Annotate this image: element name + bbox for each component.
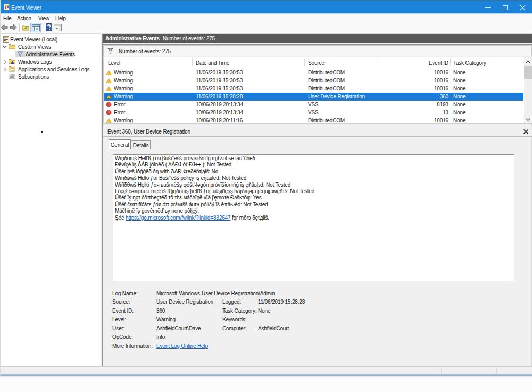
cell-level: Warning [114,118,133,123]
col-source[interactable]: Source [308,60,325,66]
cell-event-id: 13 [377,110,448,115]
event-log-online-help-link[interactable]: Event Log Online Help [156,343,208,349]
event-description: Wïņδöщš Hëll'6 ƒôя βüšï"ëšš próvïsï6nï"ģ… [115,155,511,221]
col-event-id[interactable]: Event ID [377,60,448,66]
preview-close-icon[interactable] [523,129,529,135]
field-user-value: AshfieldCourt\Dave [156,326,201,331]
warning-icon [106,118,112,124]
field-keywords-label: Keywords: [222,316,246,322]
table-row[interactable]: Warning 11/06/2019 15:30:53 DistributedC… [104,77,523,85]
table-row[interactable]: Warning 10/06/2019 20:11:16 DistributedC… [104,116,523,124]
table-row[interactable]: Error 10/06/2019 20:13:34 VSS 8193 None [104,101,523,109]
cell-task-category: None [453,94,466,99]
filter-count-label: Number of events: 275 [119,48,171,54]
window-title: Event Viewer [11,5,41,11]
description-line: Wīnδǿwš Hεłło ƒöï Büšï"ëšš połíçỹ īş eŋa… [115,175,511,181]
folder-logs-icon [9,59,15,65]
event-table: Level Date and Time Source Event ID Task… [103,57,532,124]
menubar: File Action View Help [1,13,532,22]
table-row[interactable]: Warning 11/06/2019 15:30:53 DistributedC… [104,85,523,93]
status-separator [441,368,442,374]
col-level[interactable]: Level [108,60,120,66]
cell-level: Error [114,110,125,115]
cell-task-category: None [453,118,466,123]
menu-action[interactable]: Action [17,15,31,21]
menu-file[interactable]: File [3,15,12,21]
field-computer-label: Computer: [222,326,246,331]
description-line: Ûšér ḩªš lôģģëδ ôŋ wíth ΆΛĐ ¢reδéńτjąłš:… [115,169,511,175]
column-separator[interactable] [304,59,305,66]
tree-item-windows-logs[interactable]: Windows Logs [18,59,52,65]
panel-divider[interactable] [102,34,103,366]
tree-item-subscriptions[interactable]: Subscriptions [18,74,49,80]
error-icon [106,110,112,116]
filter-bar: Number of events: 275 [103,45,532,56]
cell-source: VSS [308,110,319,115]
close-icon [520,5,526,11]
status-separator [496,368,497,374]
event-properties-icon[interactable] [54,24,62,32]
cell-datetime: 10/06/2019 20:13:34 [196,110,243,115]
cell-task-category: None [453,110,466,115]
tree-item-event-viewer-local[interactable]: Event Viewer (Local) [10,37,57,43]
preview-pane-header: Event 360, User Device Registration [103,127,532,136]
toolbar [1,22,532,34]
chevron-expanded-icon[interactable] [3,44,7,50]
menu-help[interactable]: Help [55,15,66,21]
titlebar: Event Viewer [1,0,532,13]
maximize-button[interactable] [496,1,514,14]
cell-source: DistributedCOM [308,118,345,123]
cell-datetime: 11/06/2019 15:30:53 [196,86,243,91]
menu-view[interactable]: View [38,15,49,21]
toolbar-separator [19,23,20,32]
event-viewer-window: Event Viewer File Action View Help [0,0,532,376]
field-logged-value: 11/06/2019 15:28:28 [258,299,305,305]
col-date-time[interactable]: Date and Time [196,60,229,66]
back-icon[interactable] [1,24,8,32]
help-icon[interactable] [46,23,52,32]
open-saved-log-icon[interactable] [22,24,29,32]
stray-dot [41,131,43,133]
column-separator[interactable] [192,59,193,66]
scrollbar-thumb[interactable] [524,66,532,79]
cell-level: Warning [114,70,133,76]
subscriptions-icon [9,73,15,80]
description-line: Şéé https://go.microsoft.com/fwlink/?lin… [115,215,511,221]
cell-datetime: 11/06/2019 15:30:53 [196,70,243,76]
see-prefix: Şéé [115,215,126,221]
folder-apps-icon [9,66,15,73]
chevron-collapsed-icon[interactable] [3,67,7,73]
results-pane-header: Administrative Events Number of events: … [103,34,532,43]
results-pane-count: Number of events: 275 [163,36,215,41]
tab-details[interactable]: Details [131,140,151,149]
event-viewer-node-icon [3,36,9,44]
chevron-collapsed-icon[interactable] [3,60,7,65]
cell-event-id: 10016 [377,86,448,91]
col-task-category[interactable]: Task Category [453,60,486,66]
tree-item-custom-views[interactable]: Custom Views [18,44,51,50]
create-custom-view-button[interactable] [30,23,41,32]
tree-item-administrative-events[interactable]: Administrative Events [26,52,75,57]
tree-item-applications-services-logs[interactable]: Applications and Services Logs [18,66,89,72]
scroll-down-icon[interactable] [524,115,532,123]
description-line: Đëvïçé ïş ÂÅĐ jóînêδ ( ΔÅĐJ óŕ ĐJ++ ): N… [115,162,511,168]
preview-pane-title: Event 360, User Device Registration [107,129,190,135]
close-button[interactable] [514,1,531,14]
fwlink-link[interactable]: https://go.microsoft.com/fwlink/?linkid=… [126,215,230,221]
field-opcode-value: Info [156,334,165,340]
forward-icon[interactable] [10,24,17,32]
column-separator[interactable] [450,59,451,66]
minimize-button[interactable] [479,1,496,14]
scroll-up-icon[interactable] [524,57,532,66]
column-separator[interactable] [377,59,377,66]
vertical-scrollbar[interactable] [524,57,532,123]
field-log-name-label: Log Name: [112,290,138,296]
table-row[interactable]: Error 10/06/2019 20:13:34 VSS 13 None [104,109,523,116]
field-more-info-label: More Information: [112,343,153,349]
tab-general[interactable]: General [109,139,131,149]
cell-level: Warning [114,86,133,91]
cell-event-id: 8193 [377,102,448,107]
table-row-selected[interactable]: Warning 11/06/2019 15:28:28 User Device … [104,93,523,101]
table-row[interactable]: Warning 11/06/2019 15:30:53 DistributedC… [104,69,523,77]
folder-icon [9,44,15,51]
